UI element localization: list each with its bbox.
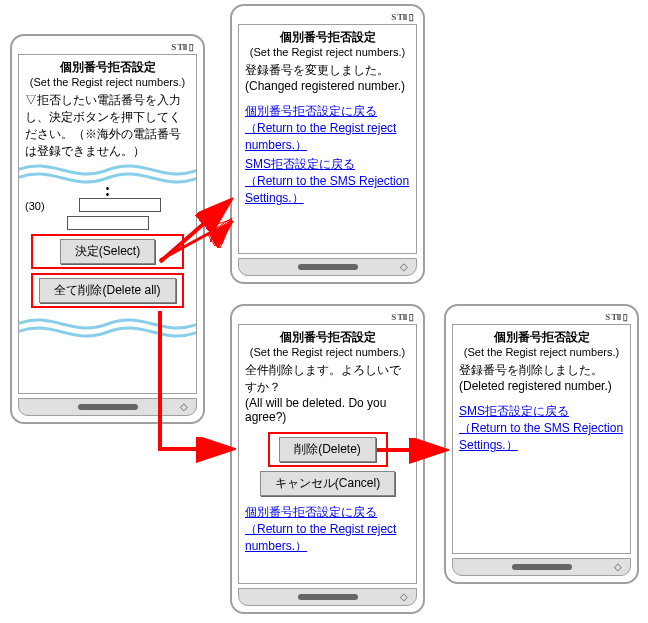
page-subtitle: (Set the Regist reject numbers.) <box>25 76 190 88</box>
link-return-regist[interactable]: 個別番号拒否設定に戻る <box>245 104 377 118</box>
link-return-regist[interactable]: 個別番号拒否設定に戻る <box>245 505 377 519</box>
link-return-sms-en[interactable]: （Return to the SMS Rejection Settings.） <box>459 421 623 452</box>
home-indicator <box>298 594 358 600</box>
message-en: (Changed registered number.) <box>245 79 410 93</box>
link-return-regist-en[interactable]: （Return to the Regist reject numbers.） <box>245 522 396 553</box>
page-title: 個別番号拒否設定 <box>459 329 624 346</box>
page-title: 個別番号拒否設定 <box>245 329 410 346</box>
highlight-delete-all: 全て削除(Delete all) <box>31 273 184 308</box>
svg-line-7 <box>160 206 224 262</box>
message-en: (All will be deleted. Do you agree?) <box>245 396 410 424</box>
message-jp: 登録番号を変更しました。 <box>245 62 410 79</box>
message-en: (Deleted registered number.) <box>459 379 624 393</box>
link-return-sms[interactable]: SMS拒否設定に戻る <box>459 404 569 418</box>
screen: 個別番号拒否設定 (Set the Regist reject numbers.… <box>238 24 417 254</box>
page-subtitle: (Set the Regist reject numbers.) <box>245 346 410 358</box>
home-bar: ◇ <box>238 588 417 606</box>
select-button[interactable]: 決定(Select) <box>60 239 155 264</box>
message-jp: 登録番号を削除しました。 <box>459 362 624 379</box>
page-subtitle: (Set the Regist reject numbers.) <box>245 46 410 58</box>
status-bar: S Tll ▯ <box>238 12 417 24</box>
status-bar: S Tll ▯ <box>18 42 197 54</box>
message-jp: 全件削除します。よろしいですか？ <box>245 362 410 396</box>
instruction-text: ▽拒否したい電話番号を入力し、決定ボタンを押下してください。（※海外の電話番号は… <box>25 92 190 160</box>
nav-icon: ◇ <box>400 262 410 272</box>
home-indicator <box>298 264 358 270</box>
phone-number-input[interactable] <box>67 216 149 230</box>
delete-all-button[interactable]: 全て削除(Delete all) <box>39 278 175 303</box>
cancel-button[interactable]: キャンセル(Cancel) <box>260 471 395 496</box>
home-indicator <box>512 564 572 570</box>
highlight-delete: 削除(Delete) <box>268 432 388 467</box>
phone-number-input[interactable] <box>79 198 161 212</box>
arrow-confirm-to-deleted <box>375 440 447 460</box>
home-indicator <box>78 404 138 410</box>
phone-changed: S Tll ▯ 個別番号拒否設定 (Set the Regist reject … <box>230 4 425 284</box>
home-bar: ◇ <box>452 558 631 576</box>
nav-icon: ◇ <box>400 592 410 602</box>
page-title: 個別番号拒否設定 <box>245 29 410 46</box>
arrow-select-to-changed <box>158 200 233 270</box>
phone-deleted: S Tll ▯ 個別番号拒否設定 (Set the Regist reject … <box>444 304 639 584</box>
home-bar: ◇ <box>238 258 417 276</box>
nav-icon: ◇ <box>614 562 624 572</box>
wave-decoration-top <box>19 160 196 186</box>
page-title: 個別番号拒否設定 <box>25 59 190 76</box>
delete-button[interactable]: 削除(Delete) <box>279 437 376 462</box>
arrow-deleteall-to-confirm <box>158 309 233 459</box>
screen: 個別番号拒否設定 (Set the Regist reject numbers.… <box>452 324 631 554</box>
status-bar: S Tll ▯ <box>238 312 417 324</box>
status-bar: S Tll ▯ <box>452 312 631 324</box>
link-return-sms[interactable]: SMS拒否設定に戻る <box>245 157 355 171</box>
link-return-sms-en[interactable]: （Return to the SMS Rejection Settings.） <box>245 174 409 205</box>
entry-label: (30) <box>25 200 45 212</box>
page-subtitle: (Set the Regist reject numbers.) <box>459 346 624 358</box>
link-return-regist-en[interactable]: （Return to the Regist reject numbers.） <box>245 121 396 152</box>
